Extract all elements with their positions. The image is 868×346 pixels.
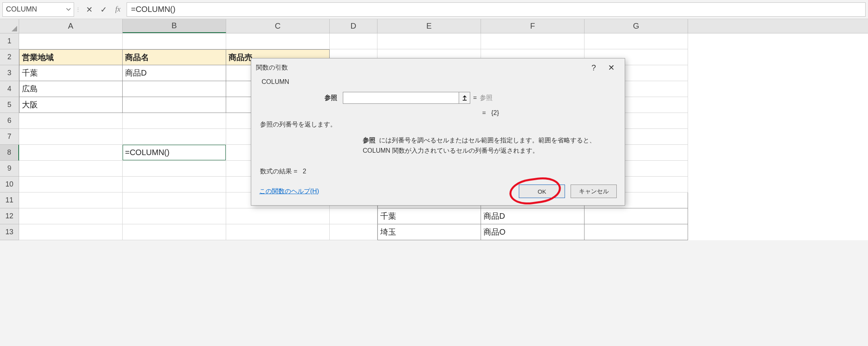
cell[interactable] bbox=[123, 224, 226, 240]
cell[interactable] bbox=[585, 33, 688, 49]
col-header-G[interactable]: G bbox=[585, 19, 688, 33]
cell[interactable] bbox=[585, 208, 688, 224]
ok-button[interactable]: OK bbox=[519, 185, 565, 198]
equals-sign: = bbox=[470, 94, 480, 101]
cell[interactable] bbox=[123, 97, 226, 113]
row-header-2[interactable]: 2 bbox=[0, 49, 19, 65]
cell[interactable] bbox=[19, 224, 123, 240]
dialog-body: COLUMN 参照 = 参照 = {2} 参照の列番号を返します。 参照 には列… bbox=[251, 77, 625, 205]
cell[interactable] bbox=[123, 177, 226, 192]
cell[interactable] bbox=[330, 208, 377, 224]
name-box[interactable]: COLUMN bbox=[2, 2, 74, 17]
formula-result-value: 2 bbox=[303, 168, 306, 175]
cell[interactable] bbox=[19, 161, 123, 177]
arg-desc-text: には列番号を調べるセルまたはセル範囲を指定します。範囲を省略すると、COLUMN… bbox=[363, 137, 596, 154]
row-header-7[interactable]: 7 bbox=[0, 129, 19, 145]
dialog-title-bar[interactable]: 関数の引数 ? ✕ bbox=[251, 58, 625, 77]
function-name: COLUMN bbox=[262, 78, 617, 86]
formula-bar: COLUMN ⋮ ✕ ✓ fx =COLUMN() bbox=[0, 0, 868, 19]
function-arguments-dialog: 関数の引数 ? ✕ COLUMN 参照 = 参照 = {2} 参照の列番号を返し… bbox=[251, 58, 625, 206]
row-header-10[interactable]: 10 bbox=[0, 177, 19, 192]
select-all-corner[interactable] bbox=[0, 19, 19, 33]
row-header-12[interactable]: 12 bbox=[0, 208, 19, 224]
cell[interactable] bbox=[226, 208, 330, 224]
cell[interactable]: 営業地域 bbox=[19, 49, 123, 65]
cell[interactable] bbox=[226, 224, 330, 240]
cell[interactable] bbox=[123, 208, 226, 224]
arg-eval-placeholder: 参照 bbox=[480, 94, 493, 102]
cell[interactable]: 商品D bbox=[123, 65, 226, 81]
cell[interactable] bbox=[123, 33, 226, 49]
cell[interactable] bbox=[330, 224, 377, 240]
col-header-F[interactable]: F bbox=[481, 19, 585, 33]
close-icon[interactable]: ✕ bbox=[602, 60, 620, 76]
cell[interactable] bbox=[481, 33, 585, 49]
help-button[interactable]: ? bbox=[585, 60, 602, 76]
cell[interactable] bbox=[123, 192, 226, 208]
row-header-6[interactable]: 6 bbox=[0, 113, 19, 129]
name-box-value: COLUMN bbox=[6, 5, 37, 14]
cell[interactable]: 埼玉 bbox=[377, 224, 481, 240]
arg-label: 参照 bbox=[259, 94, 343, 102]
cell[interactable] bbox=[330, 33, 377, 49]
row-header-1[interactable]: 1 bbox=[0, 33, 19, 49]
collapse-dialog-icon[interactable] bbox=[459, 92, 470, 103]
cell[interactable] bbox=[19, 192, 123, 208]
cell[interactable] bbox=[19, 113, 123, 129]
arg-name-bold: 参照 bbox=[363, 137, 375, 144]
formula-input[interactable]: =COLUMN() bbox=[127, 2, 866, 17]
formula-input-value: =COLUMN() bbox=[131, 5, 176, 14]
row-header-3[interactable]: 3 bbox=[0, 65, 19, 81]
cell[interactable]: 商品名 bbox=[123, 49, 226, 65]
row-header-13[interactable]: 13 bbox=[0, 224, 19, 240]
cell[interactable] bbox=[123, 129, 226, 145]
cell[interactable]: 広島 bbox=[19, 81, 123, 97]
equals-sign: = bbox=[482, 109, 486, 116]
col-header-B[interactable]: B bbox=[123, 19, 226, 33]
dialog-title: 関数の引数 bbox=[256, 64, 585, 72]
dialog-footer: この関数のヘルプ(H) OK キャンセル bbox=[259, 183, 617, 198]
col-header-D[interactable]: D bbox=[330, 19, 377, 33]
cell[interactable]: 商品D bbox=[481, 208, 585, 224]
cell[interactable] bbox=[123, 113, 226, 129]
row-header-5[interactable]: 5 bbox=[0, 97, 19, 113]
accept-formula-button[interactable]: ✓ bbox=[96, 2, 111, 17]
separator: ⋮ bbox=[74, 6, 82, 13]
column-headers: A B C D E F G bbox=[0, 19, 868, 33]
function-help-link[interactable]: この関数のヘルプ(H) bbox=[259, 187, 319, 196]
row-header-4[interactable]: 4 bbox=[0, 81, 19, 97]
cell[interactable] bbox=[585, 224, 688, 240]
col-header-C[interactable]: C bbox=[226, 19, 330, 33]
cell[interactable] bbox=[226, 33, 330, 49]
cell[interactable] bbox=[19, 177, 123, 192]
row-header-11[interactable]: 11 bbox=[0, 192, 19, 208]
result-preview: {2} bbox=[491, 109, 499, 116]
insert-function-button[interactable]: fx bbox=[111, 2, 125, 17]
cell[interactable] bbox=[123, 161, 226, 177]
cancel-formula-button[interactable]: ✕ bbox=[82, 2, 96, 17]
cell[interactable]: 千葉 bbox=[377, 208, 481, 224]
col-header-E[interactable]: E bbox=[377, 19, 481, 33]
function-description: 参照の列番号を返します。 bbox=[260, 121, 617, 129]
col-header-A[interactable]: A bbox=[19, 19, 123, 33]
cell[interactable] bbox=[19, 33, 123, 49]
argument-description: 参照 には列番号を調べるセルまたはセル範囲を指定します。範囲を省略すると、COL… bbox=[363, 135, 617, 156]
row-header-9[interactable]: 9 bbox=[0, 161, 19, 177]
cell[interactable] bbox=[19, 208, 123, 224]
cell[interactable] bbox=[19, 129, 123, 145]
cell[interactable]: 商品O bbox=[481, 224, 585, 240]
cell[interactable] bbox=[377, 33, 481, 49]
cancel-button[interactable]: キャンセル bbox=[571, 185, 617, 198]
cell-value: =COLUMN() bbox=[125, 148, 170, 157]
active-cell-B8[interactable]: =COLUMN() bbox=[123, 145, 226, 161]
row-header-8[interactable]: 8 bbox=[0, 145, 19, 161]
result-preview-row: = {2} bbox=[482, 109, 617, 117]
cell[interactable]: 千葉 bbox=[19, 65, 123, 81]
chevron-down-icon[interactable] bbox=[66, 6, 71, 14]
arg-reference-input[interactable] bbox=[343, 92, 459, 103]
formula-result: 数式の結果 = 2 bbox=[260, 167, 617, 176]
cell[interactable] bbox=[19, 145, 123, 161]
cell[interactable] bbox=[123, 81, 226, 97]
arg-input-wrap bbox=[343, 92, 470, 104]
cell[interactable]: 大阪 bbox=[19, 97, 123, 113]
